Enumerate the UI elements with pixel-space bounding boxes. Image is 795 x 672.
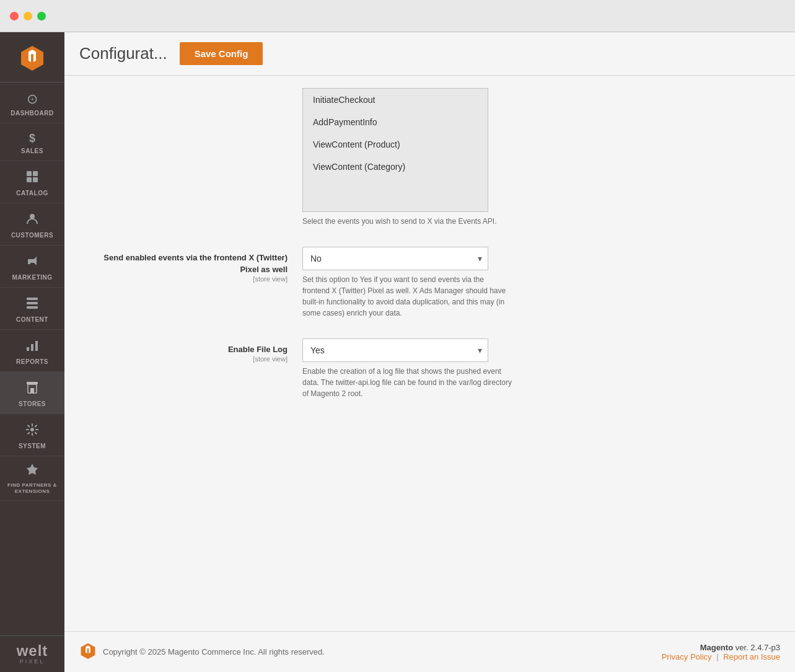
svg-rect-9 <box>27 347 29 351</box>
magento-logo-icon <box>19 43 46 71</box>
save-config-button[interactable]: Save Config <box>180 42 263 65</box>
events-description: Select the events you wish to send to X … <box>302 216 513 227</box>
content-icon <box>25 296 39 314</box>
sidebar-item-sales[interactable]: $ SALES <box>0 123 64 161</box>
minimize-button[interactable] <box>24 12 32 20</box>
sidebar-logo[interactable] <box>0 32 64 82</box>
stores-icon <box>25 381 39 398</box>
listbox-item-viewcontent-product[interactable]: ViewContent (Product) <box>303 133 488 156</box>
page-title: Configurat... <box>79 44 167 63</box>
marketing-icon <box>25 254 39 272</box>
sidebar-label-marketing: MARKETING <box>12 274 52 281</box>
report-issue-link[interactable]: Report an Issue <box>723 652 780 661</box>
send-events-select-wrapper: No Yes ▾ <box>302 247 488 270</box>
svg-rect-3 <box>33 177 38 182</box>
send-events-label: Send enabled events via the frontend X (… <box>103 253 288 274</box>
catalog-icon <box>25 170 39 187</box>
customers-icon <box>25 212 39 229</box>
sidebar-item-stores[interactable]: STORES <box>0 372 64 414</box>
file-log-row: Enable File Log [store view] Yes No ▾ En… <box>89 338 780 399</box>
link-separator: | <box>716 652 718 661</box>
listbox-item-initiate-checkout[interactable]: InitiateCheckout <box>303 89 488 111</box>
svg-rect-2 <box>27 177 32 182</box>
listbox-item-viewcontent-category[interactable]: ViewContent (Category) <box>303 156 488 178</box>
footer-links: Privacy Policy | Report an Issue <box>662 652 780 661</box>
svg-rect-7 <box>27 302 38 304</box>
sidebar-label-customers: CUSTOMERS <box>11 232 53 239</box>
welt-name: welt <box>5 643 59 658</box>
events-listbox[interactable]: InitiateCheckout AddPaymentInfo ViewCont… <box>302 88 488 212</box>
events-label-col <box>89 88 288 93</box>
file-log-select-wrapper: Yes No ▾ <box>302 338 488 362</box>
sidebar-bottom: welt PIXEL <box>0 635 64 672</box>
sidebar-label-stores: STORES <box>19 400 46 407</box>
maximize-button[interactable] <box>37 12 46 20</box>
sidebar-label-reports: REPORTS <box>16 358 48 365</box>
sidebar-item-extensions[interactable]: FIND PARTNERS & EXTENSIONS <box>0 456 64 501</box>
sidebar-item-customers[interactable]: CUSTOMERS <box>0 203 64 245</box>
svg-rect-8 <box>27 306 38 309</box>
file-log-description: Enable the creation of a log file that s… <box>302 366 513 399</box>
events-control-col: InitiateCheckout AddPaymentInfo ViewCont… <box>302 88 780 227</box>
sidebar-item-dashboard[interactable]: ⊙ DASHBOARD <box>0 82 64 123</box>
svg-rect-10 <box>31 344 33 351</box>
svg-rect-5 <box>28 262 30 264</box>
extensions-icon <box>25 462 39 480</box>
svg-rect-14 <box>30 388 34 393</box>
svg-rect-0 <box>27 171 32 176</box>
welt-pixel-logo: welt PIXEL <box>0 635 64 672</box>
system-icon <box>25 423 39 440</box>
sidebar-item-content[interactable]: CONTENT <box>0 288 64 330</box>
svg-rect-1 <box>33 171 38 176</box>
send-events-label-col: Send enabled events via the frontend X (… <box>89 247 288 283</box>
send-events-sublabel: [store view] <box>89 275 288 283</box>
reports-icon <box>25 338 39 356</box>
sidebar-item-system[interactable]: SYSTEM <box>0 414 64 456</box>
sidebar-label-catalog: CATALOG <box>16 190 48 197</box>
welt-sub: PIXEL <box>5 658 59 665</box>
svg-point-15 <box>30 428 34 431</box>
sidebar-label-content: CONTENT <box>16 316 48 323</box>
sidebar-item-reports[interactable]: REPORTS <box>0 330 64 372</box>
footer-left: Copyright © 2025 Magento Commerce Inc. A… <box>79 642 325 662</box>
file-log-label-col: Enable File Log [store view] <box>89 338 288 363</box>
file-log-select[interactable]: Yes No <box>302 338 488 362</box>
file-log-sublabel: [store view] <box>89 355 288 363</box>
app-container: ⊙ DASHBOARD $ SALES CATALOG CUSTOMERS MA… <box>0 32 795 672</box>
sidebar-item-catalog[interactable]: CATALOG <box>0 161 64 203</box>
main-content: InitiateCheckout AddPaymentInfo ViewCont… <box>64 76 795 631</box>
svg-rect-11 <box>35 341 38 351</box>
mac-titlebar <box>0 0 795 32</box>
file-log-label: Enable File Log <box>228 345 288 354</box>
content-area: Configurat... Save Config InitiateChecko… <box>64 32 795 672</box>
sidebar-label-dashboard: DASHBOARD <box>11 110 54 117</box>
magento-footer-logo-icon <box>79 642 97 662</box>
send-events-row: Send enabled events via the frontend X (… <box>89 247 780 319</box>
privacy-policy-link[interactable]: Privacy Policy <box>662 652 712 661</box>
dashboard-icon: ⊙ <box>27 91 38 107</box>
send-events-select[interactable]: No Yes <box>302 247 488 270</box>
events-listbox-row: InitiateCheckout AddPaymentInfo ViewCont… <box>89 88 780 227</box>
sidebar-label-sales: SALES <box>21 148 43 154</box>
form-section: InitiateCheckout AddPaymentInfo ViewCont… <box>89 88 780 399</box>
version-number: ver. 2.4.7-p3 <box>736 643 780 652</box>
send-events-control-col: No Yes ▾ Set this option to Yes if you w… <box>302 247 780 319</box>
footer-right: Magento ver. 2.4.7-p3 Privacy Policy | R… <box>662 643 780 661</box>
svg-rect-6 <box>27 298 38 300</box>
sales-icon: $ <box>29 132 35 145</box>
mac-window-buttons <box>10 12 46 20</box>
footer-copyright: Copyright © 2025 Magento Commerce Inc. A… <box>103 647 325 657</box>
close-button[interactable] <box>10 12 19 20</box>
sidebar: ⊙ DASHBOARD $ SALES CATALOG CUSTOMERS MA… <box>0 32 64 672</box>
sidebar-label-system: SYSTEM <box>19 443 46 449</box>
svg-marker-16 <box>27 464 38 475</box>
file-log-control-col: Yes No ▾ Enable the creation of a log fi… <box>302 338 780 399</box>
listbox-item-add-payment-info[interactable]: AddPaymentInfo <box>303 111 488 133</box>
footer-version: Magento ver. 2.4.7-p3 <box>662 643 780 652</box>
magento-brand: Magento <box>700 643 733 652</box>
sidebar-label-extensions: FIND PARTNERS & EXTENSIONS <box>2 482 62 495</box>
page-footer: Copyright © 2025 Magento Commerce Inc. A… <box>64 631 795 672</box>
send-events-description: Set this option to Yes if you want to se… <box>302 274 513 319</box>
sidebar-item-marketing[interactable]: MARKETING <box>0 245 64 288</box>
page-header: Configurat... Save Config <box>64 32 795 76</box>
